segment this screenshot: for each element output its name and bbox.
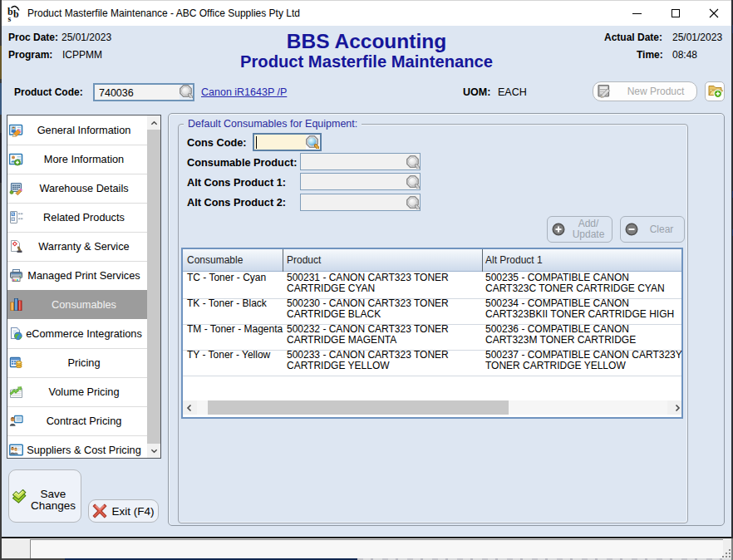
svg-text:s: s [8,15,12,22]
svg-text:b: b [13,8,19,20]
